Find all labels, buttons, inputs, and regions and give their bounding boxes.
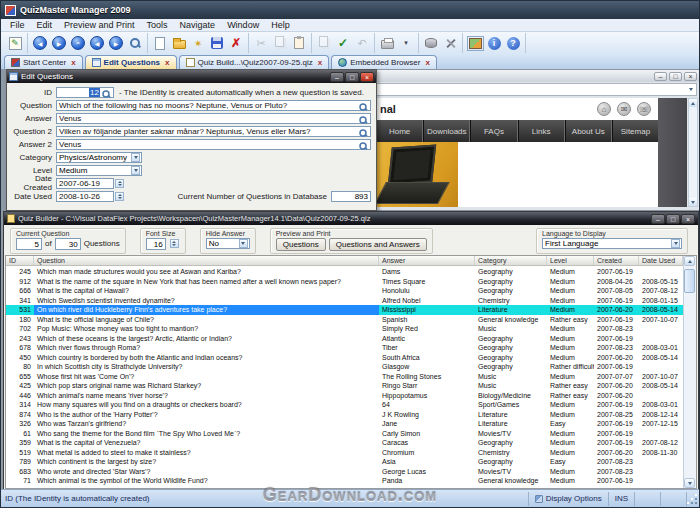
nav-first-icon[interactable]: ◀ (31, 34, 49, 52)
help-icon[interactable]: ? (504, 34, 522, 52)
site-nav-downloads[interactable]: Downloads (423, 120, 470, 142)
nav-next-icon[interactable]: ▶ (50, 34, 68, 52)
table-row[interactable]: 425Which pop stars original name was Ric… (6, 381, 683, 391)
table-row[interactable]: 683Who wrote and directed 'Star Wars'?Ge… (6, 467, 683, 477)
column-header-category[interactable]: Category (475, 256, 547, 265)
level-select[interactable]: Medium (56, 165, 142, 176)
quiz-builder-minimize-button[interactable]: – (651, 214, 665, 224)
info-icon[interactable]: i (485, 34, 503, 52)
tab-close-icon[interactable]: x (425, 58, 429, 67)
print-questions-button[interactable]: Questions (276, 238, 326, 251)
print-dropdown-icon[interactable]: ▾ (397, 34, 415, 52)
home-circle-icon[interactable]: ⌂ (597, 102, 611, 116)
tab-quiz-build-quiz2007-09-25-qiz[interactable]: Quiz Build...\Quiz2007-09-25.qizx (179, 55, 330, 69)
table-row[interactable]: 245Which man made structures would you s… (6, 267, 683, 277)
site-nav-sitemap[interactable]: Sitemap (612, 120, 659, 142)
table-row[interactable]: 80In which Scottish city is Strathclyde … (6, 362, 683, 372)
menu-file[interactable]: File (5, 20, 30, 30)
wizard-icon[interactable]: ✶ (189, 34, 207, 52)
browser-maximize-button[interactable]: □ (669, 72, 682, 81)
table-row[interactable]: 531On which river did Huckleberry Finn's… (6, 305, 683, 315)
column-header-question[interactable]: Question (34, 256, 379, 265)
save-icon[interactable] (208, 34, 226, 52)
menu-preview-and-print[interactable]: Preview and Print (59, 20, 140, 30)
scroll-up-icon[interactable] (684, 256, 695, 266)
browser-address-bar[interactable] (375, 83, 697, 96)
tab-close-icon[interactable]: x (318, 58, 322, 67)
date-used-spinner[interactable] (115, 192, 124, 201)
site-nav-home[interactable]: Home (376, 120, 423, 142)
table-row[interactable]: 314How many squares will you find on a d… (6, 400, 683, 410)
copy-icon[interactable] (271, 34, 289, 52)
table-row[interactable]: 655Whose first hit was 'Come On'?The Rol… (6, 372, 683, 382)
tab-edit-questions[interactable]: Edit Questionsx (85, 55, 177, 69)
answer2-field[interactable]: Venus (56, 139, 371, 150)
table-row[interactable]: 666What is the capital of Hawaii?Honolul… (6, 286, 683, 296)
table-row[interactable]: 874Who is the author of the 'Harry Potte… (6, 410, 683, 420)
new-question-icon[interactable] (151, 34, 169, 52)
menu-help[interactable]: Help (266, 20, 295, 30)
date-created-field[interactable]: 2007-06-19 (56, 178, 114, 189)
nav-pause-icon[interactable]: = (69, 34, 87, 52)
delete-icon[interactable]: ✗ (227, 34, 245, 52)
answer-lookup-icon[interactable] (359, 115, 368, 124)
print-icon[interactable] (378, 34, 396, 52)
apply-icon[interactable]: ✓ (334, 34, 352, 52)
browser-scrollbar[interactable] (688, 98, 698, 207)
answer2-lookup-icon[interactable] (359, 141, 368, 150)
edit-question-icon[interactable]: ✎ (6, 34, 24, 52)
browser-minimize-button[interactable]: – (654, 72, 667, 81)
scroll-up-icon[interactable] (689, 99, 697, 107)
scroll-thumb[interactable] (684, 269, 695, 293)
search-icon[interactable] (126, 34, 144, 52)
table-row[interactable]: 180What is the official language of Chil… (6, 315, 683, 325)
menu-navigate[interactable]: Navigate (175, 20, 221, 30)
table-row[interactable]: 243Which of these oceans is the largest?… (6, 334, 683, 344)
site-nav-faqs[interactable]: FAQs (470, 120, 517, 142)
scroll-down-icon[interactable] (684, 478, 695, 488)
database-icon[interactable] (422, 34, 440, 52)
table-row[interactable]: 702Pop Music: Whose money was too tight … (6, 324, 683, 334)
dialog-minimize-button[interactable]: – (330, 72, 344, 82)
chevron-down-icon[interactable] (131, 153, 140, 162)
language-select[interactable]: First Language (542, 238, 682, 249)
table-row[interactable]: 326Who was Tarzan's girlfriend?JaneLiter… (6, 419, 683, 429)
address-dropdown-icon[interactable] (689, 88, 693, 91)
question-field[interactable]: Which of the following has no moons? Nep… (56, 100, 371, 111)
site-nav-about-us[interactable]: About Us (565, 120, 612, 142)
browser-close-button[interactable]: × (684, 72, 697, 81)
quiz-builder-maximize-button[interactable]: □ (666, 214, 680, 224)
table-row[interactable]: 678Which river flows through Roma?TiberG… (6, 343, 683, 353)
open-quiz-icon[interactable] (170, 34, 188, 52)
undo-icon[interactable]: ↶ (353, 34, 371, 52)
question2-lookup-icon[interactable] (359, 128, 368, 137)
column-header-id[interactable]: ID (6, 256, 34, 265)
phone-circle-icon[interactable]: ☏ (637, 102, 651, 116)
quiz-builder-close-button[interactable]: × (681, 214, 695, 224)
column-header-answer[interactable]: Answer (379, 256, 475, 265)
font-size-field[interactable]: 16 (146, 238, 166, 250)
table-row[interactable]: 61Who sang the theme for the Bond film `… (6, 429, 683, 439)
table-row[interactable]: 359What is the capital of Venezuela?Cara… (6, 438, 683, 448)
id-lookup-icon[interactable] (102, 89, 111, 98)
paste-icon[interactable] (290, 34, 308, 52)
print-questions-answers-button[interactable]: Questions and Answers (329, 238, 427, 251)
date-created-spinner[interactable] (115, 179, 124, 188)
scroll-down-icon[interactable] (689, 198, 697, 206)
current-question-field[interactable]: 5 (16, 238, 42, 250)
table-row[interactable]: 519What metal is added to steel to make … (6, 448, 683, 458)
chevron-down-icon[interactable] (239, 239, 248, 248)
column-header-level[interactable]: Level (547, 256, 594, 265)
chevron-down-icon[interactable] (131, 166, 140, 175)
app-image-icon[interactable] (466, 34, 484, 52)
dialog-close-button[interactable]: × (360, 72, 374, 82)
question-lookup-icon[interactable] (359, 102, 368, 111)
site-nav-links[interactable]: Links (518, 120, 565, 142)
table-row[interactable]: 789Which continent is the largest by siz… (6, 457, 683, 467)
category-select[interactable]: Physics/Astronomy (56, 152, 142, 163)
tab-close-icon[interactable]: x (165, 58, 169, 67)
nav-prev-icon[interactable]: ◀ (88, 34, 106, 52)
resize-grip[interactable] (687, 492, 699, 506)
total-questions-field[interactable]: 30 (55, 238, 81, 250)
export-icon[interactable] (315, 34, 333, 52)
